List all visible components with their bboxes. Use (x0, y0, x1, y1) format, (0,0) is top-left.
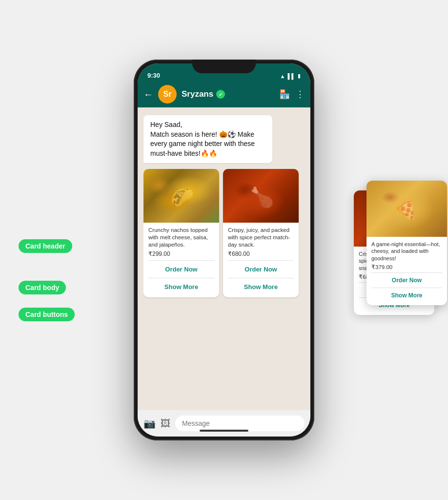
pizza-show-more-button[interactable]: Show More (371, 290, 442, 301)
message-input[interactable] (175, 416, 305, 431)
status-icons: ▲ ▌▌ ▮ (280, 73, 301, 79)
home-indicator (200, 430, 248, 432)
product-cards-container: Crunchy nachos topped with melt cheese, … (143, 169, 305, 299)
floating-card-pizza: A game-night essential—hot, cheesy, and … (367, 181, 447, 305)
signal-icon: ▌▌ (287, 73, 295, 79)
chicken-card-description-inline: Crispy, juicy, and packed with spice per… (228, 227, 294, 249)
nachos-card-description: Crunchy nachos topped with melt cheese, … (148, 227, 214, 249)
menu-icon[interactable]: ⋮ (296, 89, 305, 100)
pizza-card-image (367, 181, 447, 237)
nachos-order-button[interactable]: Order Now (148, 263, 214, 276)
chat-header: ← Sr Sryzans ✓ 🏪 ⋮ (138, 81, 310, 107)
chicken-show-more-button-inline[interactable]: Show More (228, 280, 294, 293)
gallery-icon[interactable]: 🖼 (161, 418, 170, 429)
pizza-card-body: A game-night essential—hot, cheesy, and … (367, 237, 447, 305)
chicken-card-body-inline: Crispy, juicy, and packed with spice per… (223, 223, 299, 297)
wifi-icon: ▲ (280, 73, 285, 79)
pizza-card-divider (371, 272, 442, 273)
scene: Crispy, juicy, and packed with spice per… (0, 0, 448, 500)
status-time: 9:30 (147, 72, 160, 79)
chicken-card-image-inline (223, 169, 299, 223)
pizza-card-price: ₹379.00 (371, 264, 442, 271)
message-bubble: Hey Saad,Match season is here! 🎃⚽ Make e… (143, 115, 272, 163)
nachos-divider-2 (148, 278, 214, 278)
contact-name: Sryzans ✓ (182, 89, 274, 99)
verified-badge: ✓ (216, 90, 225, 99)
nachos-divider-1 (148, 260, 214, 261)
chicken-divider-2 (228, 278, 294, 278)
label-card-header: Card header (19, 239, 72, 253)
pizza-order-button[interactable]: Order Now (371, 274, 442, 286)
nachos-card-image (143, 169, 219, 223)
label-card-body: Card body (19, 281, 66, 294)
chicken-order-button-inline[interactable]: Order Now (228, 263, 294, 276)
chicken-card: Crispy, juicy, and packed with spice per… (223, 169, 299, 297)
pizza-card-divider2 (371, 288, 442, 288)
message-text: Hey Saad,Match season is here! 🎃⚽ Make e… (150, 121, 255, 157)
chat-body: Hey Saad,Match season is here! 🎃⚽ Make e… (138, 107, 310, 410)
nachos-show-more-button[interactable]: Show More (148, 280, 214, 293)
pizza-card-description: A game-night essential—hot, cheesy, and … (371, 241, 442, 262)
camera-icon[interactable]: 📷 (143, 417, 156, 429)
chicken-card-price-inline: ₹680.00 (228, 250, 294, 257)
nachos-card-price: ₹299.00 (148, 250, 214, 257)
back-button[interactable]: ← (143, 89, 153, 100)
label-card-buttons: Card buttons (19, 308, 75, 321)
battery-icon: ▮ (298, 73, 301, 79)
phone-frame: 9:30 ▲ ▌▌ ▮ ← Sr Sryzans ✓ 🏪 (134, 60, 314, 440)
store-icon[interactable]: 🏪 (279, 89, 290, 100)
input-bar: 📷 🖼 (138, 410, 310, 437)
header-icons: 🏪 ⋮ (279, 89, 305, 100)
avatar: Sr (158, 85, 177, 104)
chicken-divider-1 (228, 260, 294, 261)
phone-screen: 9:30 ▲ ▌▌ ▮ ← Sr Sryzans ✓ 🏪 (138, 63, 310, 437)
nachos-card: Crunchy nachos topped with melt cheese, … (143, 169, 219, 297)
phone-notch (192, 60, 256, 73)
nachos-card-body: Crunchy nachos topped with melt cheese, … (143, 223, 219, 297)
